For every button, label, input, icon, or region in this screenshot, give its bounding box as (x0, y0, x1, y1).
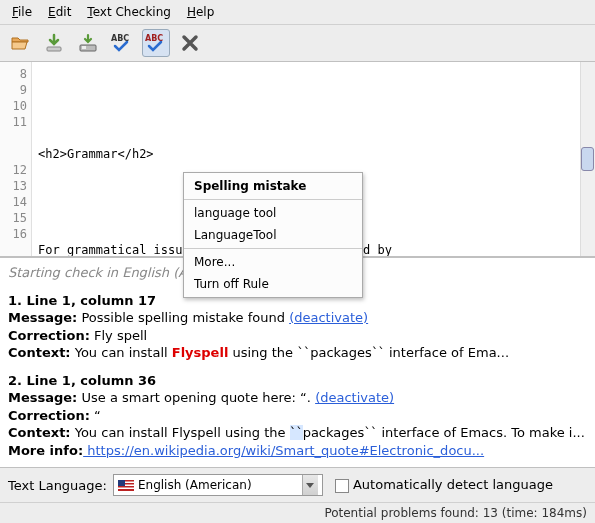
save-disk-button[interactable] (74, 29, 102, 57)
line-number: 9 (0, 82, 27, 98)
cm-more[interactable]: More... (184, 251, 362, 273)
save-down-button[interactable] (40, 29, 68, 57)
close-icon (181, 34, 199, 52)
save-to-disk-icon (78, 33, 98, 53)
status-text: Potential problems found: 13 (time: 184m… (324, 506, 587, 520)
autodetect-label[interactable]: Automatically detect language (335, 477, 553, 493)
menu-file[interactable]: File (4, 2, 40, 22)
context-menu: Spelling mistake language tool LanguageT… (183, 172, 363, 298)
line-number: 8 (0, 66, 27, 82)
result-item: 1. Line 1, column 17 Message: Possible s… (8, 292, 587, 362)
scrollbar-thumb[interactable] (581, 147, 594, 171)
deactivate-link[interactable]: (deactivate) (315, 390, 394, 405)
language-value: English (American) (138, 478, 252, 492)
line-number: 11 (0, 114, 27, 130)
line-number: 16 (0, 226, 27, 242)
menu-edit[interactable]: Edit (40, 2, 79, 22)
autodetect-checkbox[interactable] (335, 479, 349, 493)
deactivate-link[interactable]: (deactivate) (289, 310, 368, 325)
context-menu-header: Spelling mistake (184, 175, 362, 197)
language-select[interactable]: English (American) (113, 474, 323, 496)
line-number: 10 (0, 98, 27, 114)
chevron-down-icon (302, 475, 318, 495)
svg-rect-9 (118, 480, 125, 486)
more-info-link[interactable]: https://en.wikipedia.org/wiki/Smart_quot… (83, 443, 484, 458)
cm-suggestion-1[interactable]: language tool (184, 202, 362, 224)
result-location: 2. Line 1, column 36 (8, 372, 587, 390)
status-bar: Potential problems found: 13 (time: 184m… (0, 502, 595, 523)
spellcheck-button[interactable]: ABC (108, 29, 136, 57)
line-number: 13 (0, 178, 27, 194)
result-item: 2. Line 1, column 36 Message: Use a smar… (8, 372, 587, 460)
line-number (0, 146, 27, 162)
line-number: 15 (0, 210, 27, 226)
svg-rect-8 (118, 487, 134, 489)
editor-scrollbar[interactable] (580, 62, 595, 256)
line-number (0, 242, 27, 258)
error-word: Flyspell (172, 345, 229, 360)
line-number (0, 130, 27, 146)
line-number: 14 (0, 194, 27, 210)
spellcheck-styled-button[interactable]: ABC (142, 29, 170, 57)
abc-check-icon: ABC (109, 32, 135, 54)
cm-suggestion-2[interactable]: LanguageTool (184, 224, 362, 246)
download-icon (44, 33, 64, 53)
open-button[interactable] (6, 29, 34, 57)
cm-turn-off-rule[interactable]: Turn off Rule (184, 273, 362, 295)
folder-open-icon (10, 33, 30, 53)
bottom-bar: Text Language: English (American) Automa… (0, 467, 595, 502)
warn-span: `` (290, 425, 303, 440)
close-button[interactable] (176, 29, 204, 57)
gutter: 8 9 10 11 12 13 14 15 16 17 (0, 62, 32, 256)
abc-check-red-icon: ABC (143, 32, 169, 54)
svg-rect-0 (47, 47, 61, 51)
menu-help[interactable]: Help (179, 2, 222, 22)
line-number: 12 (0, 162, 27, 178)
menu-textchecking[interactable]: Text Checking (79, 2, 179, 22)
us-flag-icon (118, 480, 134, 491)
toolbar: ABC ABC (0, 25, 595, 62)
text-language-label: Text Language: (8, 478, 107, 493)
menubar: File Edit Text Checking Help (0, 0, 595, 25)
svg-rect-2 (82, 46, 86, 49)
